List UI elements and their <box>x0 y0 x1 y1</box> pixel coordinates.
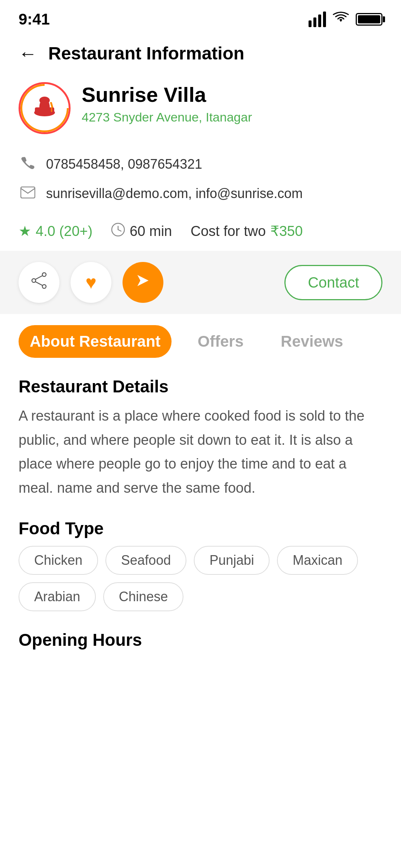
rating-stat: ★ 4.0 (20+) <box>19 223 92 239</box>
tab-reviews[interactable]: Reviews <box>270 325 354 358</box>
phone-text: 0785458458, 0987654321 <box>46 156 202 172</box>
food-type-title: Food Type <box>19 518 382 538</box>
food-tags: ChickenSeafoodPunjabiMaxicanArabianChine… <box>19 546 382 611</box>
contact-button[interactable]: Contact <box>284 265 382 300</box>
svg-line-12 <box>35 282 42 285</box>
restaurant-text: Sunrise Villa 4273 Snyder Avenue, Itanag… <box>82 82 252 124</box>
contact-details: 0785458458, 0987654321 sunrisevilla@demo… <box>0 145 401 215</box>
opening-hours-section: Opening Hours <box>19 630 382 650</box>
stats-row: ★ 4.0 (20+) 60 min Cost for two ₹350 <box>0 215 401 251</box>
food-type-section: Food Type ChickenSeafoodPunjabiMaxicanAr… <box>19 518 382 611</box>
share-icon <box>30 272 48 292</box>
restaurant-description: A restaurant is a place where cooked foo… <box>19 404 382 500</box>
tab-about[interactable]: About Restaurant <box>19 325 172 358</box>
food-tag: Chinese <box>103 582 183 611</box>
delivery-time: 60 min <box>130 223 172 239</box>
navigate-icon <box>134 271 152 294</box>
wifi-icon <box>333 12 349 27</box>
tabs-bar: About Restaurant Offers Reviews <box>0 314 401 362</box>
main-content: Restaurant Details A restaurant is a pla… <box>0 362 401 665</box>
back-button[interactable]: ← <box>19 44 37 63</box>
time-stat: 60 min <box>111 223 172 240</box>
page-title: Restaurant Information <box>48 43 244 64</box>
svg-line-11 <box>35 276 42 279</box>
heart-icon: ♥ <box>85 272 97 293</box>
restaurant-address: 4273 Snyder Avenue, Itanagar <box>82 110 252 124</box>
food-tag: Seafood <box>105 546 186 575</box>
rating-text: 4.0 (20+) <box>36 223 92 239</box>
restaurant-details-section: Restaurant Details A restaurant is a pla… <box>19 376 382 500</box>
battery-icon <box>356 13 382 26</box>
phone-row: 0785458458, 0987654321 <box>19 149 382 179</box>
svg-line-7 <box>118 230 121 231</box>
navigate-button[interactable] <box>123 262 163 303</box>
status-icons <box>309 12 382 27</box>
action-bar: ♥ Contact <box>0 251 401 314</box>
tab-offers[interactable]: Offers <box>186 325 255 358</box>
cost-stat: Cost for two ₹350 <box>190 223 303 239</box>
email-icon <box>19 185 37 202</box>
food-tag: Punjabi <box>194 546 270 575</box>
cost-value: ₹350 <box>270 223 303 239</box>
svg-point-9 <box>42 285 46 288</box>
food-tag: Chicken <box>19 546 98 575</box>
restaurant-info: Sunrise Villa 4273 Snyder Avenue, Itanag… <box>0 75 401 145</box>
email-row: sunrisevilla@demo.com, info@sunrise.com <box>19 179 382 208</box>
phone-icon <box>19 155 37 173</box>
opening-hours-title: Opening Hours <box>19 630 382 650</box>
favorite-button[interactable]: ♥ <box>71 262 111 303</box>
food-tag: Maxican <box>277 546 358 575</box>
star-icon: ★ <box>19 223 31 239</box>
clock-icon <box>111 223 125 240</box>
svg-rect-4 <box>21 187 35 198</box>
signal-icon <box>309 12 326 27</box>
svg-point-10 <box>32 279 36 282</box>
email-text: sunrisevilla@demo.com, info@sunrise.com <box>46 186 303 201</box>
share-button[interactable] <box>19 262 59 303</box>
restaurant-details-title: Restaurant Details <box>19 376 382 396</box>
cost-label: Cost for two <box>190 223 266 239</box>
status-bar: 9:41 <box>0 0 401 36</box>
svg-marker-13 <box>137 275 149 286</box>
restaurant-logo <box>19 82 71 134</box>
status-time: 9:41 <box>19 10 50 28</box>
restaurant-name: Sunrise Villa <box>82 82 252 107</box>
svg-point-8 <box>42 273 46 276</box>
header: ← Restaurant Information <box>0 36 401 75</box>
food-tag: Arabian <box>19 582 96 611</box>
